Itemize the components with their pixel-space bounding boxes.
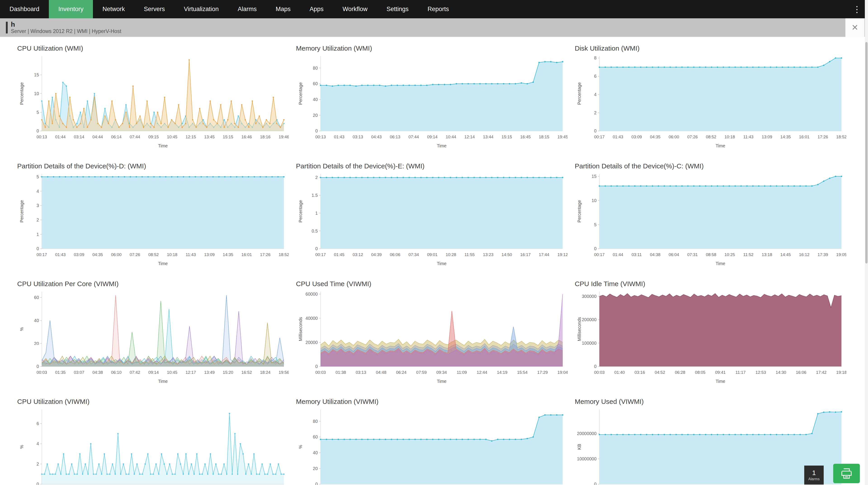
nav-item-network[interactable]: Network bbox=[93, 0, 134, 18]
nav-item-virtualization[interactable]: Virtualization bbox=[174, 0, 228, 18]
scrollbar-track[interactable] bbox=[865, 0, 868, 485]
svg-text:19:56: 19:56 bbox=[279, 370, 289, 375]
svg-text:06:06: 06:06 bbox=[390, 252, 400, 257]
nav-item-servers[interactable]: Servers bbox=[134, 0, 174, 18]
chart-canvas[interactable]: 00.511.5200:1701:4503:1204:3906:0607:340… bbox=[294, 170, 567, 270]
svg-text:17:26: 17:26 bbox=[260, 252, 271, 257]
svg-text:10:45: 10:45 bbox=[167, 370, 177, 375]
svg-text:07:44: 07:44 bbox=[130, 134, 140, 139]
nav-item-settings[interactable]: Settings bbox=[377, 0, 418, 18]
svg-text:6: 6 bbox=[36, 421, 39, 426]
svg-text:04:44: 04:44 bbox=[92, 134, 103, 139]
svg-text:13:09: 13:09 bbox=[762, 134, 772, 139]
svg-text:00:17: 00:17 bbox=[594, 134, 604, 139]
svg-text:00:13: 00:13 bbox=[37, 134, 47, 139]
svg-text:12:53: 12:53 bbox=[756, 370, 766, 375]
svg-text:20000000: 20000000 bbox=[577, 431, 597, 436]
svg-text:0: 0 bbox=[315, 128, 318, 133]
svg-text:8: 8 bbox=[594, 55, 596, 60]
svg-text:0: 0 bbox=[36, 482, 39, 485]
svg-text:Milliseconds: Milliseconds bbox=[577, 317, 582, 341]
svg-text:18:52: 18:52 bbox=[279, 252, 289, 257]
svg-text:16:52: 16:52 bbox=[242, 370, 252, 375]
svg-text:14:35: 14:35 bbox=[780, 134, 791, 139]
chart-canvas[interactable]: 02040608000:1301:4303:1304:4306:1307:440… bbox=[294, 53, 567, 152]
svg-text:4: 4 bbox=[36, 441, 39, 446]
chart-canvas[interactable]: 01234500:1701:4303:0904:3506:0007:2608:5… bbox=[16, 170, 289, 270]
nav-item-maps[interactable]: Maps bbox=[266, 0, 300, 18]
nav-item-reports[interactable]: Reports bbox=[418, 0, 459, 18]
svg-text:07:31: 07:31 bbox=[687, 252, 698, 257]
svg-text:10:28: 10:28 bbox=[446, 252, 456, 257]
chart-canvas[interactable]: 020000400006000000:0301:3803:1304:4806:2… bbox=[294, 288, 567, 388]
close-button[interactable]: ✕ bbox=[845, 18, 864, 37]
chart-canvas[interactable]: 05101500:1301:4403:1404:4406:1407:4409:1… bbox=[16, 53, 289, 152]
svg-text:16:01: 16:01 bbox=[242, 252, 252, 257]
svg-text:15:20: 15:20 bbox=[223, 370, 233, 375]
chart-canvas[interactable]: 02040608000:0301:3503:0704:3806:1007:420… bbox=[294, 406, 567, 485]
svg-text:Percentage: Percentage bbox=[577, 82, 582, 105]
svg-text:14:19: 14:19 bbox=[497, 370, 507, 375]
svg-text:10:25: 10:25 bbox=[724, 252, 735, 257]
nav-item-alarms[interactable]: Alarms bbox=[228, 0, 266, 18]
chart-canvas[interactable]: 010000020000030000000:0301:4003:1604:520… bbox=[574, 288, 846, 388]
svg-text:11:52: 11:52 bbox=[743, 252, 753, 257]
svg-text:200000: 200000 bbox=[582, 317, 596, 322]
nav-item-apps[interactable]: Apps bbox=[300, 0, 333, 18]
svg-text:5: 5 bbox=[36, 110, 39, 115]
svg-text:15:15: 15:15 bbox=[223, 134, 233, 139]
svg-text:01:44: 01:44 bbox=[613, 252, 623, 257]
svg-text:18:16: 18:16 bbox=[260, 134, 271, 139]
svg-text:15: 15 bbox=[34, 72, 39, 77]
svg-text:04:39: 04:39 bbox=[371, 252, 382, 257]
svg-text:00:03: 00:03 bbox=[37, 370, 47, 375]
svg-text:Time: Time bbox=[716, 143, 725, 148]
chart-panel-5: Partition Details of the Device(%)-E: (W… bbox=[294, 156, 567, 274]
chart-title: Partition Details of the Device(%)-D: (W… bbox=[17, 162, 289, 170]
svg-text:14:45: 14:45 bbox=[780, 252, 791, 257]
scrollbar-thumb[interactable] bbox=[865, 42, 868, 263]
chart-title: CPU Used Time (VIWMI) bbox=[296, 280, 567, 288]
svg-text:09:14: 09:14 bbox=[148, 370, 159, 375]
svg-text:15: 15 bbox=[592, 174, 597, 179]
chart-canvas[interactable]: 024600:0301:3403:0504:3506:0607:3709:071… bbox=[16, 406, 289, 485]
svg-text:16:17: 16:17 bbox=[520, 252, 531, 257]
svg-text:20000: 20000 bbox=[306, 340, 318, 345]
svg-text:Time: Time bbox=[158, 261, 168, 266]
svg-text:07:26: 07:26 bbox=[687, 134, 698, 139]
svg-text:%: % bbox=[19, 327, 24, 331]
svg-text:09:41: 09:41 bbox=[715, 370, 725, 375]
nav-item-workflow[interactable]: Workflow bbox=[333, 0, 377, 18]
nav-item-inventory[interactable]: Inventory bbox=[49, 0, 93, 18]
chart-panel-6: Partition Details of the Device(%)-C: (W… bbox=[574, 156, 846, 274]
svg-text:12:14: 12:14 bbox=[464, 134, 475, 139]
chart-canvas[interactable]: 0246800:1701:4303:0904:3506:0007:2608:52… bbox=[574, 53, 846, 152]
svg-text:19:18: 19:18 bbox=[836, 370, 846, 375]
chart-canvas[interactable]: 05101500:1701:4403:1104:3806:0407:3108:5… bbox=[574, 170, 846, 270]
chart-canvas[interactable]: 020406000:0301:3503:0704:3806:1007:4209:… bbox=[16, 288, 289, 388]
print-button[interactable] bbox=[833, 464, 860, 483]
nav-item-dashboard[interactable]: Dashboard bbox=[0, 0, 49, 18]
svg-text:17:26: 17:26 bbox=[817, 134, 828, 139]
device-title: h bbox=[11, 21, 121, 28]
svg-text:03:11: 03:11 bbox=[631, 252, 642, 257]
svg-text:Time: Time bbox=[437, 379, 446, 384]
chart-title: CPU Idle Time (VIWMI) bbox=[575, 280, 846, 288]
svg-text:03:16: 03:16 bbox=[634, 370, 645, 375]
svg-text:18:24: 18:24 bbox=[260, 370, 271, 375]
alarm-badge[interactable]: 1 Alarms bbox=[804, 465, 824, 485]
svg-text:08:52: 08:52 bbox=[706, 134, 716, 139]
svg-text:Percentage: Percentage bbox=[19, 200, 24, 223]
svg-text:16:12: 16:12 bbox=[799, 252, 809, 257]
svg-text:11:55: 11:55 bbox=[464, 252, 474, 257]
svg-text:40: 40 bbox=[313, 97, 318, 102]
svg-text:Percentage: Percentage bbox=[298, 200, 303, 223]
svg-text:40000: 40000 bbox=[306, 316, 318, 321]
chart-title: Memory Used (VIWMI) bbox=[575, 398, 846, 406]
svg-text:16:46: 16:46 bbox=[242, 134, 252, 139]
svg-text:09:15: 09:15 bbox=[148, 134, 159, 139]
svg-text:00:17: 00:17 bbox=[37, 252, 47, 257]
svg-text:18:15: 18:15 bbox=[539, 134, 549, 139]
svg-text:01:43: 01:43 bbox=[613, 134, 623, 139]
svg-text:07:34: 07:34 bbox=[409, 252, 419, 257]
